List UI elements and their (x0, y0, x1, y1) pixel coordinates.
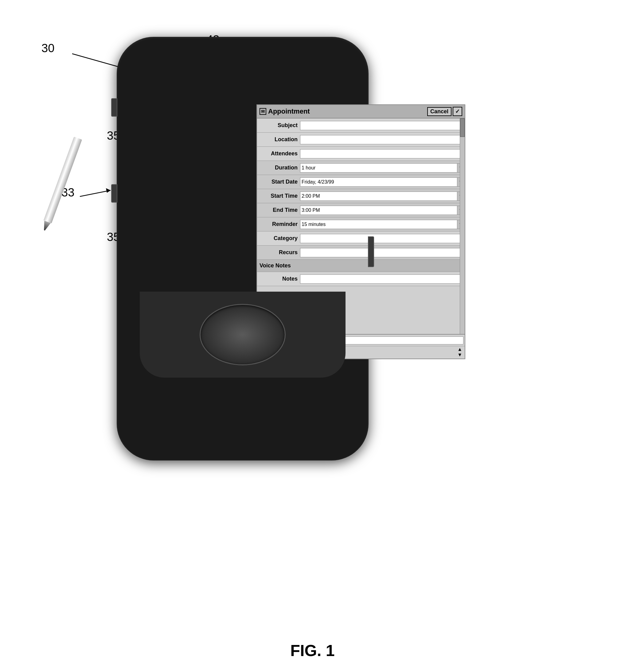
nav-wheel[interactable] (200, 304, 286, 365)
start-time-row: Start Time 2:00 PM ▽ (257, 189, 465, 203)
subject-input[interactable] (300, 121, 463, 130)
reminder-row: Reminder 15 minutes ▽ (257, 217, 465, 232)
duration-dropdown[interactable]: 1 hour ▽ (300, 163, 465, 172)
end-time-dropdown[interactable]: 3:00 PM ▽ (300, 206, 465, 215)
start-date-label: Start Date (257, 179, 300, 185)
subject-row: Subject (257, 119, 465, 133)
cancel-button[interactable]: Cancel (427, 107, 452, 116)
stylus-body (44, 137, 82, 223)
end-time-value: 3:00 PM (302, 208, 320, 213)
side-button-bottom[interactable] (111, 184, 117, 202)
category-label: Category (257, 235, 300, 242)
start-date-value: Friday, 4/23/99 (302, 179, 334, 185)
device-body: ✉ Appointment Cancel ✓ Subject Location (117, 37, 369, 460)
duration-value: 1 hour (302, 165, 316, 171)
recurs-row: Recurs (257, 246, 465, 260)
svg-line-4 (80, 190, 111, 196)
svg-marker-5 (106, 188, 111, 193)
figure-caption: FIG. 1 (290, 641, 334, 660)
title-bar-left: ✉ Appointment (259, 107, 310, 115)
nav-area (140, 292, 346, 378)
notes-label: Notes (257, 276, 300, 282)
category-input[interactable] (300, 234, 463, 243)
start-time-dropdown[interactable]: 2:00 PM ▽ (300, 192, 465, 201)
location-row: Location (257, 133, 465, 147)
scrollbar[interactable] (460, 119, 465, 334)
app-title: Appointment (268, 107, 310, 115)
scrollbar-thumb[interactable] (460, 119, 465, 137)
appointment-icon: ✉ (259, 108, 266, 115)
category-row: Category (257, 232, 465, 246)
stylus (40, 137, 82, 232)
duration-row: Duration 1 hour ▽ (257, 161, 465, 175)
location-label: Location (257, 136, 300, 143)
side-button-top[interactable] (111, 98, 117, 117)
location-input[interactable] (300, 135, 463, 144)
title-bar-right: Cancel ✓ (427, 107, 462, 116)
attendees-row: Attendees (257, 147, 465, 161)
start-date-dropdown[interactable]: Friday, 4/23/99 ▽ (300, 177, 465, 187)
form-content: Subject Location Attendees Duration 1 ho… (257, 119, 465, 286)
end-time-label: End Time (257, 207, 300, 213)
ref-30-label: 30 (42, 42, 54, 55)
start-time-value: 2:00 PM (302, 193, 320, 199)
reminder-value: 15 minutes (302, 222, 326, 227)
voice-notes-label: Voice Notes (259, 262, 291, 269)
ok-button[interactable]: ✓ (453, 107, 462, 116)
start-date-row: Start Date Friday, 4/23/99 ▽ (257, 175, 465, 189)
attendees-input[interactable] (300, 149, 463, 159)
start-time-label: Start Time (257, 193, 300, 199)
end-time-row: End Time 3:00 PM ▽ (257, 203, 465, 217)
title-bar: ✉ Appointment Cancel ✓ (257, 105, 465, 119)
duration-label: Duration (257, 165, 300, 171)
notes-row: Notes (257, 272, 465, 286)
scroll-controls: ▲ ▼ (457, 346, 462, 358)
reminder-label: Reminder (257, 221, 300, 227)
recurs-label: Recurs (257, 249, 300, 256)
scroll-down-arrow[interactable]: ▼ (457, 352, 462, 358)
subject-label: Subject (257, 122, 300, 129)
notes-input[interactable] (300, 274, 463, 284)
attendees-label: Attendees (257, 150, 300, 157)
reminder-dropdown[interactable]: 15 minutes ▽ (300, 220, 465, 229)
voice-notes-row: Voice Notes (257, 260, 465, 272)
recurs-input[interactable] (300, 248, 463, 257)
right-side-button[interactable] (368, 236, 374, 267)
scroll-up-arrow[interactable]: ▲ (457, 346, 462, 352)
